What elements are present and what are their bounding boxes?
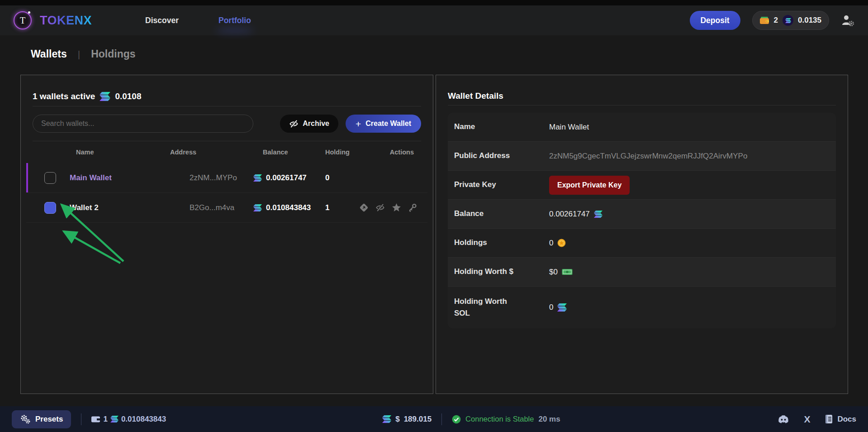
brand-title: TOKENX [40,14,92,28]
footer-wallets-summary[interactable]: 1 0.010843843 [91,415,166,424]
presets-button[interactable]: Presets [12,410,71,428]
presets-label: Presets [35,415,63,424]
solana-icon [253,204,262,211]
create-wallet-button[interactable]: + Create Wallet [346,115,421,133]
wallet-row-wallet-2[interactable]: Wallet 2 B2Go...m4va 0.010843843 1 [26,193,427,223]
wallet-holding: 1 [323,203,359,212]
wallet-row-main-wallet[interactable]: Main Wallet 2zNM...MYPo 0.00261747 0 [26,163,427,193]
wallets-table: Name Address Balance Holding Actions Mai… [26,141,427,223]
divider [33,106,421,106]
wallet-details-title: Wallet Details [448,75,836,105]
col-balance: Balance [251,149,323,156]
holding-worth-sol-number: 0 [549,303,553,312]
col-holding: Holding [323,149,359,156]
footer-wallet-count: 1 [103,415,107,424]
book-icon [825,414,833,424]
detail-label: Balance [454,208,549,220]
detail-label: Holding Worth $ [454,266,549,278]
detail-row-private-key: Private Key Export Private Key [448,171,836,200]
docs-label: Docs [837,415,856,424]
wallet-balance-chip[interactable]: 2 0.0135 [752,11,829,30]
top-navbar: T TOKENX Discover Portfolio Deposit 2 0.… [0,0,868,35]
export-private-key-button[interactable]: Export Private Key [549,176,630,195]
price-value: 189.015 [404,415,432,424]
active-wallets-label: 1 wallets active [33,91,95,101]
holding-worth-sol-value: 0 [549,303,836,312]
nav-portfolio[interactable]: Portfolio [218,16,251,25]
x-twitter-icon[interactable]: X [804,414,810,425]
divider [448,105,836,106]
detail-label: Private Key [454,179,549,191]
wallet-holding: 0 [323,173,359,182]
solana-icon [100,92,110,101]
eye-off-icon [289,119,299,129]
search-wallets-input[interactable] [33,115,253,133]
holdings-number: 0 [549,239,553,248]
wallet-balance: 0.010843843 [251,203,323,212]
latency-value: 20 ms [538,415,560,424]
discord-icon[interactable] [778,415,789,424]
wallet-address: 2zNM...MYPo [187,173,251,182]
plus-icon: + [356,119,361,129]
connection-status: Connection is Stable 20 ms [452,415,560,424]
holding-worth-usd-value: $0 [549,268,836,277]
balance-value: 0.00261747 [549,210,836,219]
solana-icon [594,211,602,218]
divider [441,413,442,425]
detail-label: Name [454,121,549,133]
footer-links: X Docs [778,414,856,425]
tab-separator: | [78,49,80,60]
solana-icon [253,174,262,182]
public-address-value: 2zNM5g9CgecTmVLGJejzswrMnw2qemRJJfQ2Airv… [549,152,836,161]
docs-link[interactable]: Docs [825,414,856,424]
holdings-value: 0 [549,239,836,248]
wallet-balance-value: 0.010843843 [266,203,311,212]
wallets-summary: 1 wallets active 0.0108 [33,75,421,106]
divider [81,413,81,425]
user-settings-icon[interactable] [841,14,854,27]
star-icon[interactable] [392,203,401,212]
detail-value: Main Wallet [549,123,836,132]
wallet-checkbox[interactable] [44,202,56,214]
key-icon[interactable] [408,203,417,212]
wallet-checkbox[interactable] [44,172,56,184]
detail-row-holdings: Holdings 0 [448,229,836,258]
tab-holdings[interactable]: Holdings [91,48,135,60]
holding-worth-usd-number: $0 [549,268,558,277]
wallet-name: Wallet 2 [61,203,187,212]
wallet-controls: Archive + Create Wallet [33,115,421,133]
nav-discover[interactable]: Discover [145,16,179,25]
detail-label: Holding Worth SOL [454,296,513,320]
col-actions: Actions [359,149,427,156]
wallet-icon [760,17,769,24]
detail-row-balance: Balance 0.00261747 [448,200,836,229]
wallet-details-panel: Wallet Details Name Main Wallet Public A… [436,75,848,394]
solana-icon [557,303,567,312]
wallet-details-list: Name Main Wallet Public Address 2zNM5g9C… [448,113,836,328]
gears-icon [20,414,31,424]
detail-row-public-address: Public Address 2zNM5g9CgecTmVLGJejzswrMn… [448,142,836,171]
active-wallets-sol: 0.0108 [115,91,141,101]
archive-label: Archive [303,120,329,128]
footer-wallet-balance: 0.010843843 [121,415,166,424]
price-symbol: $ [395,415,399,424]
deposit-button[interactable]: Deposit [690,11,740,30]
coin-icon [557,239,566,247]
wallet-name: Main Wallet [61,173,187,182]
detail-row-holding-worth-sol: Holding Worth SOL 0 [448,287,836,328]
tokenx-logo[interactable]: T [14,11,32,29]
wallet-balance-value: 0.00261747 [266,173,307,182]
eye-off-icon[interactable] [375,203,385,212]
wallets-table-header: Name Address Balance Holding Actions [26,141,427,163]
status-bar: Presets 1 0.010843843 $ 189.015 Connecti… [0,406,868,432]
send-diamond-icon[interactable] [359,203,369,212]
main-content: 1 wallets active 0.0108 Archive + Create… [20,75,848,394]
wallet-icon [91,416,100,423]
wallets-panel: 1 wallets active 0.0108 Archive + Create… [20,75,433,394]
detail-row-name: Name Main Wallet [448,113,836,142]
detail-label: Public Address [454,150,549,162]
sol-price: $ 189.015 [382,415,432,424]
archive-button[interactable]: Archive [280,115,338,133]
tab-wallets[interactable]: Wallets [31,48,67,60]
sol-badge-icon [783,15,793,26]
